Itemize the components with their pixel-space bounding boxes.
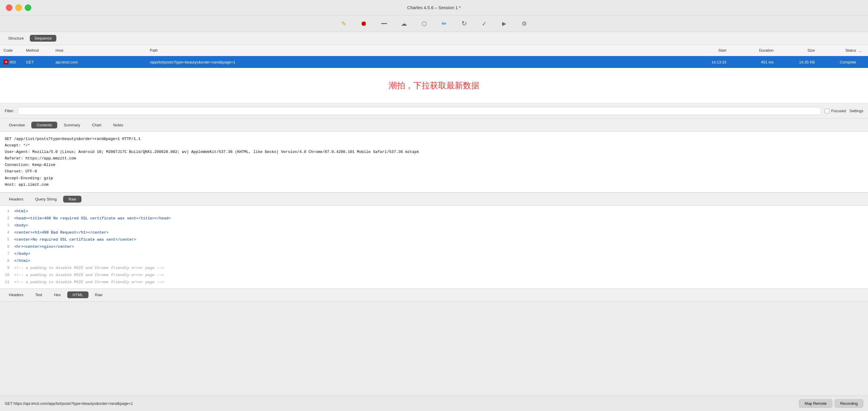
code-line-9: 9 <!-- a padding to disable MSIE and Chr… bbox=[0, 265, 868, 272]
code-content-11: <!-- a padding to disable MSIE and Chrom… bbox=[14, 279, 868, 286]
table-row[interactable]: ✕ 400 GET api.iimzt.com /app/list/posts?… bbox=[0, 56, 868, 68]
header-line-7: Accept-Encoding: gzip bbox=[5, 175, 863, 182]
tab-contents[interactable]: Contents bbox=[31, 122, 57, 128]
row-start: 14:13:33 bbox=[682, 60, 729, 64]
refresh-icon[interactable]: ↻ bbox=[459, 18, 469, 29]
col-header-status[interactable]: Status bbox=[817, 48, 859, 53]
col-header-duration[interactable]: Duration bbox=[729, 48, 776, 53]
breakpoints-icon[interactable]: ✏ bbox=[439, 18, 450, 29]
table-header: Code Method Host Path Start Duration Siz… bbox=[0, 45, 868, 56]
cloud-icon[interactable]: ☁ bbox=[399, 18, 409, 29]
filter-input[interactable] bbox=[18, 107, 822, 115]
row-path: /app/list/posts?type=beautys&order=rand&… bbox=[148, 60, 682, 64]
traffic-lights bbox=[6, 4, 31, 11]
window-title: Charles 4.5.6 – Session 1 * bbox=[407, 5, 461, 10]
map-remote-button[interactable]: Map Remote bbox=[799, 399, 832, 408]
focused-checkbox[interactable] bbox=[825, 109, 829, 113]
gear-icon[interactable]: ⚙ bbox=[519, 18, 530, 29]
error-icon: ✕ bbox=[4, 60, 8, 64]
code-content-9: <!-- a padding to disable MSIE and Chrom… bbox=[14, 265, 868, 271]
recording-button[interactable]: Recording bbox=[835, 399, 863, 408]
code-content-1: <html> bbox=[14, 208, 868, 215]
code-line-4: 4 <center><h1>400 Bad Request</h1></cent… bbox=[0, 229, 868, 236]
tab-notes[interactable]: Notes bbox=[108, 122, 129, 128]
subtab-headers[interactable]: Headers bbox=[4, 196, 29, 203]
row-duration: 401 ms bbox=[729, 60, 776, 64]
maximize-button[interactable] bbox=[25, 4, 31, 11]
col-header-more: ... bbox=[859, 48, 868, 53]
code-line-8: 8 </html> bbox=[0, 258, 868, 265]
code-viewer: 1 <html> 2 <head><title>400 No required … bbox=[0, 206, 868, 289]
close-button[interactable] bbox=[6, 4, 12, 11]
subtab-raw[interactable]: Raw bbox=[63, 196, 82, 203]
code-content-2: <head><title>400 No required SSL certifi… bbox=[14, 215, 868, 222]
code-line-7: 7 </body> bbox=[0, 251, 868, 258]
tab-summary[interactable]: Summary bbox=[58, 122, 86, 128]
response-tabs: Headers Text Hex HTML Raw bbox=[0, 289, 868, 301]
col-header-path[interactable]: Path bbox=[148, 48, 682, 53]
table-area: ✕ 400 GET api.iimzt.com /app/list/posts?… bbox=[0, 56, 868, 68]
code-content-10: <!-- a padding to disable MSIE and Chrom… bbox=[14, 272, 868, 278]
pencil-icon[interactable]: ✎ bbox=[338, 18, 349, 29]
resptab-text[interactable]: Text bbox=[30, 291, 48, 298]
code-line-6: 6 <hr><center>nginx</center> bbox=[0, 243, 868, 251]
content-tabs: Overview Contents Summary Chart Notes bbox=[0, 119, 868, 132]
settings-button[interactable]: Settings bbox=[849, 109, 863, 113]
code-content-8: </html> bbox=[14, 258, 868, 264]
sub-tabs: Headers Query String Raw bbox=[0, 193, 868, 206]
header-line-5: Connection: Keep-Alive bbox=[5, 162, 863, 168]
validate-icon[interactable]: ✓ bbox=[479, 18, 490, 29]
col-header-code[interactable]: Code bbox=[0, 48, 24, 53]
header-line-8: Host: api.iimzt.com bbox=[5, 182, 863, 188]
code-line-1: 1 <html> bbox=[0, 208, 868, 215]
row-size: 14.35 KB bbox=[776, 60, 817, 64]
code-content-7: </body> bbox=[14, 251, 868, 257]
tab-sequence[interactable]: Sequence bbox=[30, 35, 57, 41]
filter-bar: Filter: Focused Settings bbox=[0, 104, 868, 119]
toolbar: ✎ ⏺ ━━ ☁ ⬡ ✏ ↻ ✓ ▶ ⚙ bbox=[0, 16, 868, 32]
header-line-3: User-Agent: Mozilla/5.0 (Linux; Android … bbox=[5, 149, 863, 155]
col-header-host[interactable]: Host bbox=[53, 48, 148, 53]
throttle-button[interactable]: ━━ bbox=[378, 18, 389, 29]
stop-icon[interactable]: ⬡ bbox=[418, 18, 429, 29]
row-code: ✕ 400 bbox=[0, 60, 24, 64]
focused-label: Focused bbox=[831, 109, 846, 113]
filter-right: Focused Settings bbox=[825, 109, 863, 113]
code-line-2: 2 <head><title>400 No required SSL certi… bbox=[0, 215, 868, 222]
row-host: api.iimzt.com bbox=[53, 60, 148, 64]
status-buttons: Map Remote Recording bbox=[799, 399, 863, 408]
status-url: GET https://api.iimzt.com/app/list/posts… bbox=[5, 401, 799, 406]
status-bar: GET https://api.iimzt.com/app/list/posts… bbox=[0, 395, 868, 411]
header-line-1: GET /app/list/posts?type=beautys&order=r… bbox=[5, 136, 863, 142]
request-headers: GET /app/list/posts?type=beautys&order=r… bbox=[0, 132, 868, 193]
resptab-headers[interactable]: Headers bbox=[4, 291, 29, 298]
tab-overview[interactable]: Overview bbox=[4, 122, 30, 128]
code-line-11: 11 <!-- a padding to disable MSIE and Ch… bbox=[0, 279, 868, 286]
record-button[interactable]: ⏺ bbox=[359, 18, 369, 29]
view-tabs: Structure Sequence bbox=[0, 32, 868, 45]
focused-check[interactable]: Focused bbox=[825, 109, 846, 113]
code-content-3: <body> bbox=[14, 222, 868, 229]
row-method: GET bbox=[24, 60, 53, 64]
col-header-start[interactable]: Start bbox=[682, 48, 729, 53]
tab-structure[interactable]: Structure bbox=[4, 35, 29, 41]
chinese-text-area: 潮拍，下拉获取最新数据 bbox=[0, 68, 868, 104]
resptab-raw[interactable]: Raw bbox=[90, 291, 108, 298]
minimize-button[interactable] bbox=[16, 4, 22, 11]
resptab-hex[interactable]: Hex bbox=[49, 291, 66, 298]
col-header-size[interactable]: Size bbox=[776, 48, 817, 53]
filter-label: Filter: bbox=[5, 109, 14, 113]
chinese-message: 潮拍，下拉获取最新数据 bbox=[389, 80, 479, 91]
row-status: Complete bbox=[817, 60, 859, 64]
code-line-5: 5 <center>No required SSL certificate wa… bbox=[0, 236, 868, 243]
tab-chart[interactable]: Chart bbox=[87, 122, 107, 128]
header-line-2: Accept: */* bbox=[5, 142, 863, 149]
code-content-5: <center>No required SSL certificate was … bbox=[14, 236, 868, 243]
forward-icon[interactable]: ▶ bbox=[499, 18, 509, 29]
code-line-10: 10 <!-- a padding to disable MSIE and Ch… bbox=[0, 272, 868, 279]
code-line-3: 3 <body> bbox=[0, 222, 868, 229]
subtab-querystring[interactable]: Query String bbox=[30, 196, 62, 203]
resptab-html[interactable]: HTML bbox=[67, 291, 88, 298]
code-content-4: <center><h1>400 Bad Request</h1></center… bbox=[14, 229, 868, 236]
col-header-method[interactable]: Method bbox=[24, 48, 53, 53]
